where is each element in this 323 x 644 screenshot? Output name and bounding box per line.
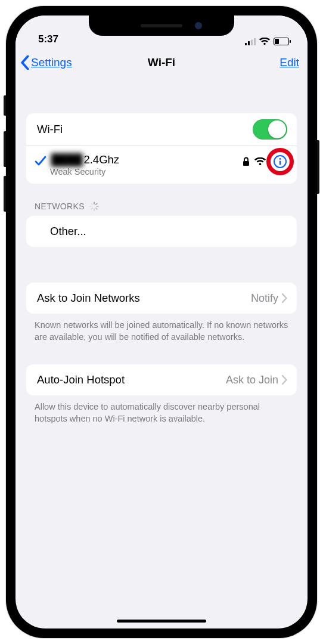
checkmark-icon <box>33 154 48 168</box>
ask-to-join-value: Notify <box>251 292 278 305</box>
auto-join-hotspot-label: Auto-Join Hotspot <box>37 373 226 386</box>
svg-rect-1 <box>248 41 250 45</box>
ask-to-join-group: Ask to Join Networks Notify <box>26 283 297 314</box>
ask-to-join-footer: Known networks will be joined automatica… <box>35 320 288 343</box>
connected-network-row[interactable]: ████ 2.4Ghz Weak Security <box>26 145 297 184</box>
home-indicator[interactable] <box>117 620 206 623</box>
cellular-icon <box>245 38 256 45</box>
status-indicators <box>245 38 291 45</box>
network-name-blurred: ████ <box>50 153 83 166</box>
svg-point-6 <box>279 158 281 160</box>
networks-header: NETWORKS <box>35 202 288 211</box>
other-label: Other... <box>37 225 287 238</box>
svg-rect-0 <box>245 43 247 45</box>
svg-line-13 <box>91 208 92 209</box>
lock-icon <box>243 157 250 166</box>
svg-line-15 <box>91 203 92 205</box>
nav-bar: Settings Wi-Fi Edit <box>15 47 308 81</box>
svg-rect-4 <box>243 161 249 166</box>
status-time: 5:37 <box>38 33 58 45</box>
wifi-group: Wi-Fi ████ 2.4Ghz Weak Security <box>26 113 297 184</box>
wifi-signal-icon <box>254 157 266 166</box>
svg-rect-7 <box>279 161 281 165</box>
auto-join-hotspot-footer: Allow this device to automatically disco… <box>35 401 288 425</box>
svg-line-11 <box>96 208 97 209</box>
battery-icon <box>274 38 291 45</box>
back-button[interactable]: Settings <box>20 55 72 70</box>
ask-to-join-label: Ask to Join Networks <box>37 292 251 305</box>
info-icon[interactable] <box>273 154 287 169</box>
edit-button[interactable]: Edit <box>279 56 299 69</box>
chevron-right-icon <box>282 293 287 303</box>
networks-header-label: NETWORKS <box>35 202 85 211</box>
svg-rect-3 <box>254 38 256 45</box>
svg-line-9 <box>96 203 97 205</box>
chevron-left-icon <box>20 55 30 70</box>
spinner-icon <box>89 202 99 211</box>
phone-frame: 5:37 Settings Wi-Fi Edit Wi-Fi <box>6 6 317 638</box>
wifi-toggle-switch[interactable] <box>253 119 287 140</box>
content: Wi-Fi ████ 2.4Ghz Weak Security <box>15 81 308 431</box>
other-networks-group: Other... <box>26 216 297 247</box>
auto-join-hotspot-row[interactable]: Auto-Join Hotspot Ask to Join <box>26 364 297 395</box>
ask-to-join-row[interactable]: Ask to Join Networks Notify <box>26 283 297 314</box>
network-name-suffix: 2.4Ghz <box>83 153 119 166</box>
screen: 5:37 Settings Wi-Fi Edit Wi-Fi <box>15 16 308 628</box>
back-label: Settings <box>31 56 72 69</box>
wifi-toggle-label: Wi-Fi <box>37 123 253 136</box>
wifi-toggle-row[interactable]: Wi-Fi <box>26 113 297 145</box>
notch <box>89 16 234 36</box>
svg-rect-2 <box>251 39 253 45</box>
network-icons <box>243 154 287 169</box>
auto-join-hotspot-value: Ask to Join <box>226 374 278 386</box>
auto-join-hotspot-group: Auto-Join Hotspot Ask to Join <box>26 364 297 395</box>
wifi-status-icon <box>259 38 270 45</box>
chevron-right-icon <box>282 375 287 385</box>
other-network-row[interactable]: Other... <box>26 216 297 247</box>
network-subtitle: Weak Security <box>50 167 243 177</box>
network-info: ████ 2.4Ghz Weak Security <box>50 153 243 177</box>
